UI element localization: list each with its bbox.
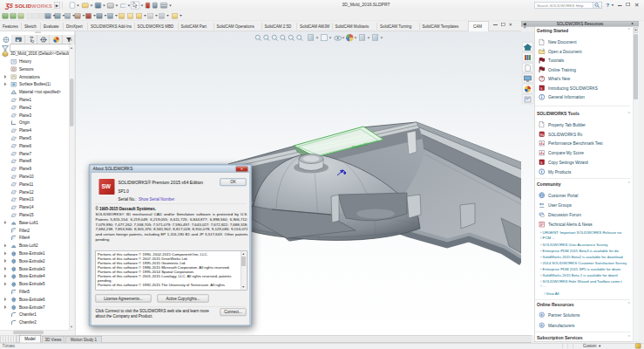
svg-text:?: ? [541,77,544,81]
svg-text:Rx: Rx [540,133,545,137]
